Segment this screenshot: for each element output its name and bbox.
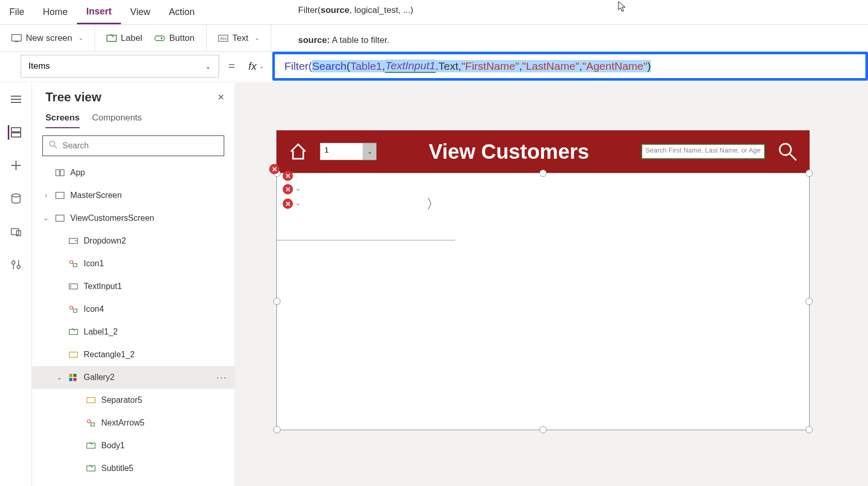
more-icon[interactable]: ··· [216, 372, 235, 383]
svg-rect-25 [60, 170, 64, 176]
tree-item-icon1[interactable]: Icon1 [32, 252, 235, 275]
new-screen-button[interactable]: New screen ⌄ [5, 30, 89, 47]
tree-item-label: App [70, 168, 85, 177]
hamburger-icon[interactable] [9, 92, 23, 107]
property-selector[interactable]: Items ⌄ [21, 55, 219, 78]
tree-item-label: TextInput1 [84, 282, 122, 291]
resize-handle[interactable] [805, 426, 813, 433]
svg-rect-1 [14, 41, 18, 42]
tree-search[interactable] [42, 135, 224, 156]
chevron-down-icon: ⌄ [205, 62, 211, 70]
svg-rect-16 [11, 229, 19, 235]
tree-item-gallery2[interactable]: ⌄Gallery2··· [32, 366, 235, 389]
tree-item-label: Label1_2 [84, 327, 118, 337]
svg-point-21 [17, 265, 20, 268]
chevron-down-icon[interactable]: ⌄ [295, 199, 301, 207]
home-icon[interactable] [288, 141, 308, 162]
error-icon[interactable]: ✕ [283, 184, 293, 194]
error-icon[interactable]: ✕ [283, 199, 293, 209]
tree-item-label: Icon1 [84, 259, 104, 268]
resize-handle[interactable] [273, 298, 281, 305]
tree-item-body1[interactable]: Body1 [32, 434, 235, 457]
resize-handle[interactable] [539, 426, 547, 433]
button-button[interactable]: Button [148, 30, 200, 47]
intellisense-description: source: A table to filter. [298, 35, 390, 45]
svg-line-23 [54, 146, 57, 148]
new-screen-label: New screen [26, 33, 72, 43]
media-icon[interactable] [9, 224, 23, 239]
control-type-icon [68, 281, 79, 292]
svg-rect-24 [56, 170, 59, 176]
menu-file[interactable]: File [0, 0, 34, 24]
cursor-icon [618, 1, 627, 14]
svg-rect-38 [69, 374, 72, 377]
svg-rect-37 [69, 352, 78, 357]
next-arrow-icon[interactable]: 〉 [426, 195, 440, 213]
svg-point-22 [50, 141, 55, 146]
settings-icon[interactable] [9, 257, 23, 272]
error-icon[interactable]: ✕ [269, 164, 280, 174]
formula-input[interactable]: Filter(Search(Table1, TextInput1.Text, "… [272, 52, 868, 81]
tree-item-label1_2[interactable]: Label1_2 [32, 321, 235, 343]
tree-item-dropdown2[interactable]: Dropdown2 [32, 230, 235, 252]
svg-rect-47 [87, 466, 95, 471]
tree-item-separator5[interactable]: Separator5 [32, 389, 235, 412]
resize-handle[interactable] [805, 298, 813, 305]
label-button[interactable]: Label [100, 30, 149, 47]
tree-item-rectangle1_2[interactable]: Rectangle1_2 [32, 343, 235, 366]
tree-view-icon[interactable] [8, 125, 22, 140]
label-icon [106, 33, 117, 43]
control-type-icon [86, 395, 96, 405]
menu-insert[interactable]: Insert [77, 0, 121, 24]
tree-item-label: Body1 [101, 441, 125, 450]
expand-icon[interactable]: ⌄ [42, 215, 50, 222]
intellisense-arg: source [320, 5, 349, 15]
fx-button[interactable]: fx ⌄ [244, 60, 269, 72]
tree-item-nextarrow5[interactable]: NextArrow5 [32, 412, 235, 434]
dropdown-control[interactable]: 1 ⌄ [320, 143, 377, 160]
menu-action[interactable]: Action [160, 0, 204, 24]
text-button[interactable]: Abc Text ⌄ [212, 30, 266, 47]
gallery-selection[interactable]: 〉 [276, 173, 810, 430]
tree-search-input[interactable] [63, 141, 218, 150]
menu-view[interactable]: View [121, 0, 160, 24]
expand-icon[interactable]: › [42, 192, 50, 199]
tree-item-label: Separator5 [101, 396, 142, 405]
menu-home[interactable]: Home [34, 0, 77, 24]
tree-item-icon4[interactable]: Icon4 [32, 298, 235, 321]
resize-handle[interactable] [273, 426, 281, 433]
tree-item-subtitle5[interactable]: Subtitle5 [32, 457, 235, 480]
tree-view-panel: Tree view × Screens Components App›Maste… [32, 83, 235, 486]
svg-rect-0 [12, 34, 21, 41]
control-type-icon [86, 441, 96, 451]
tree-item-viewcustomersscreen[interactable]: ⌄ViewCustomersScreen [32, 207, 235, 230]
error-icon[interactable]: ✕ [283, 171, 293, 181]
tree-item-masterscreen[interactable]: ›MasterScreen [32, 184, 235, 207]
search-icon[interactable] [777, 141, 798, 162]
gallery-template-item[interactable]: 〉 [277, 173, 455, 240]
tab-screens[interactable]: Screens [45, 113, 80, 128]
search-textinput[interactable]: Search First Name, Last Name, or Age [641, 144, 765, 159]
text-btn-label: Text [233, 33, 249, 43]
svg-rect-40 [69, 378, 72, 381]
resize-handle[interactable] [805, 170, 813, 177]
tree-item-app[interactable]: App [32, 161, 235, 184]
data-icon[interactable] [9, 191, 23, 206]
svg-rect-45 [87, 443, 95, 448]
intellisense-signature: Filter(source, logical_test, ...) [298, 5, 413, 16]
svg-point-29 [70, 261, 73, 264]
resize-handle[interactable] [539, 170, 547, 177]
tok-agentname: "AgentName" [582, 60, 647, 72]
tree-item-label: Dropdown2 [84, 236, 126, 246]
control-type-icon [68, 327, 79, 337]
expand-icon[interactable]: ⌄ [56, 374, 63, 381]
tree-item-textinput1[interactable]: TextInput1 [32, 275, 235, 298]
insert-icon[interactable] [9, 158, 23, 173]
svg-rect-41 [73, 378, 76, 381]
control-type-icon [86, 418, 96, 428]
tab-components[interactable]: Components [92, 113, 142, 128]
svg-rect-12 [11, 133, 21, 137]
chevron-down-icon: ⌄ [79, 35, 83, 41]
chevron-down-icon[interactable]: ⌄ [295, 184, 301, 192]
close-icon[interactable]: × [218, 90, 224, 104]
